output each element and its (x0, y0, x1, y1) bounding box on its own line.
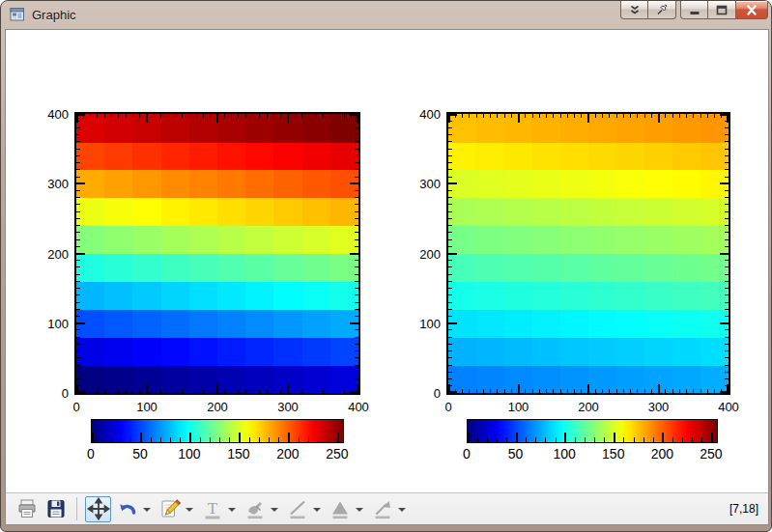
y-axis-tick (448, 149, 452, 150)
freehand-dropdown-caret[interactable] (271, 508, 278, 512)
collapse-toolbar-button[interactable] (620, 1, 648, 19)
x-axis-tick (532, 389, 533, 393)
arrow-dropdown-caret[interactable] (398, 508, 406, 512)
y-axis-tick (448, 391, 457, 393)
y-axis-tick (448, 309, 452, 310)
x-tick-label: 0 (444, 401, 451, 413)
undo-button[interactable] (114, 496, 140, 522)
y-axis-tick (725, 141, 729, 142)
x-tick-label: 300 (648, 401, 670, 413)
save-button[interactable] (43, 496, 69, 522)
minimize-button[interactable] (680, 1, 708, 19)
text-dropdown-caret[interactable] (228, 508, 236, 512)
y-axis-tick (76, 385, 80, 386)
line-dropdown-caret[interactable] (313, 508, 321, 512)
heatmap-cell (476, 309, 505, 338)
arrow-tool-button[interactable] (369, 496, 395, 522)
heatmap-cell (245, 254, 274, 283)
heatmap-cell (132, 226, 161, 255)
colorbar-right[interactable] (467, 419, 718, 443)
colorbar-tick (111, 437, 112, 442)
y-axis-tick (355, 204, 358, 205)
colorbar-tick-label: 250 (700, 447, 722, 461)
heatmap-cell (588, 309, 617, 338)
print-button[interactable] (14, 496, 40, 522)
heatmap-cell (560, 254, 589, 283)
line-tool-icon (286, 497, 309, 520)
graphics-canvas[interactable]: 0100200300400010020030040005010015020025… (6, 30, 768, 492)
heatmap-cell (616, 170, 645, 199)
colorbar-left[interactable] (91, 419, 344, 443)
heatmap-cell (644, 337, 673, 366)
y-axis-tick (355, 372, 358, 373)
x-axis-tick (252, 114, 253, 118)
colorbar-tick (711, 433, 713, 442)
heatmap-cell (189, 170, 218, 199)
heatmap-cell (672, 170, 701, 199)
x-axis-tick (216, 114, 218, 123)
text-tool-button[interactable]: T (199, 496, 225, 522)
y-axis-tick (350, 114, 358, 116)
freehand-tool-button[interactable] (242, 496, 268, 522)
heatmap-cell (217, 142, 246, 171)
y-axis-tick (76, 141, 80, 142)
polygon-tool-button[interactable] (327, 496, 353, 522)
x-axis-tick (182, 114, 183, 118)
pin-button[interactable] (648, 1, 676, 19)
heatmap-cell (132, 337, 161, 366)
x-axis-tick (316, 389, 317, 393)
heatmap-cell (104, 170, 133, 199)
colorbar-tick (151, 437, 152, 442)
heatmap-cell (588, 281, 617, 310)
polygon-tool-icon (329, 497, 352, 520)
heatmap-cell (504, 170, 533, 199)
y-axis-tick (725, 155, 729, 156)
colorbar-tick (516, 433, 518, 442)
colorbar-tick (585, 437, 586, 442)
y-axis-tick (355, 177, 358, 178)
y-axis-tick (355, 141, 358, 142)
app-icon[interactable] (10, 7, 25, 22)
y-axis-tick (355, 294, 358, 295)
x-axis-tick (651, 389, 652, 393)
colorbar-tick (121, 437, 122, 442)
x-axis-tick (483, 114, 484, 118)
heatmap-cell (302, 226, 331, 255)
line-tool-button[interactable] (284, 496, 310, 522)
y-axis-tick (76, 225, 80, 226)
x-axis-tick (701, 114, 701, 118)
close-button[interactable] (736, 1, 768, 19)
polygon-dropdown-caret[interactable] (356, 508, 363, 512)
y-axis-tick (355, 225, 358, 226)
y-axis-tick (76, 218, 80, 219)
y-axis-tick (448, 246, 452, 247)
heatmap-cell (245, 337, 274, 366)
x-axis-tick (511, 114, 512, 118)
heatmap-cell (302, 254, 331, 283)
y-axis-tick (448, 337, 452, 338)
annotate-button[interactable] (157, 496, 183, 522)
x-axis-tick (581, 389, 582, 393)
y-axis-tick (725, 372, 729, 373)
y-axis-tick (76, 274, 80, 275)
y-axis-tick (725, 177, 729, 178)
heatmap-cell (302, 337, 331, 366)
image-plot-right[interactable] (446, 112, 730, 395)
maximize-button[interactable] (708, 1, 736, 19)
undo-dropdown-caret[interactable] (143, 508, 151, 512)
x-axis-tick (616, 389, 617, 393)
pan-tool-button[interactable] (85, 496, 111, 522)
y-axis-tick (725, 149, 729, 150)
image-plot-left[interactable] (74, 112, 360, 395)
x-axis-tick (476, 114, 477, 118)
x-axis-tick (231, 114, 232, 118)
x-axis-tick (118, 389, 119, 393)
y-axis-tick (76, 134, 80, 135)
y-axis-tick (76, 372, 80, 373)
annotate-dropdown-caret[interactable] (186, 508, 193, 512)
x-axis-tick (574, 389, 575, 393)
titlebar[interactable]: Graphic (1, 1, 771, 29)
y-axis-tick (448, 134, 452, 135)
heatmap-cell (104, 337, 133, 366)
colorbar-tick-label: 100 (553, 447, 575, 461)
